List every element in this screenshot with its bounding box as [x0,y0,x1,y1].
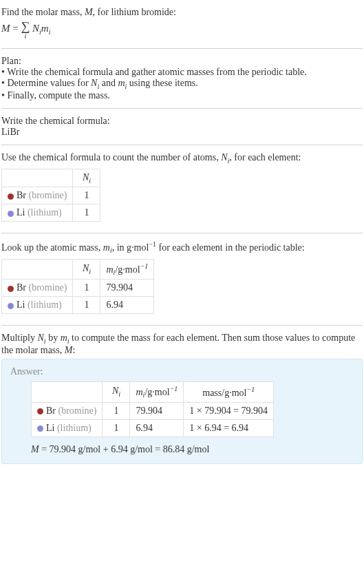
mass-calc: 1 × 79.904 = 79.904 [184,402,274,419]
element-cell: Br (bromine) [32,402,103,419]
table-row: Br (bromine) 1 [2,187,100,204]
plan-heading: Plan: [1,56,363,67]
mass-calc: 1 × 6.94 = 6.94 [184,419,274,437]
formula-heading: Write the chemical formula: [1,116,363,127]
plan-bullet-2: • Determine values for Ni and mi using t… [1,78,363,90]
n-value: 1 [73,280,100,297]
mass-text: Look up the atomic mass, mi, in g·mol−1 … [1,240,363,254]
table-row: Li (lithium) 1 6.94 1 × 6.94 = 6.94 [32,419,274,437]
answer-label: Answer: [10,366,354,377]
divider [1,108,363,109]
n-value: 1 [103,419,130,437]
answer-box: Answer: Ni mi/g·mol−1 mass/g·mol−1 Br (b… [1,359,363,463]
mass-header: mass/g·mol−1 [184,382,274,402]
divider [1,233,363,233]
n-value: 1 [73,187,100,204]
element-cell: Li (lithium) [2,204,73,222]
eq-M: M [1,23,10,34]
m-value: 79.904 [100,280,154,297]
plan-bullet-1: • Write the chemical formula and gather … [1,67,363,78]
divider [1,48,363,49]
count-text: Use the chemical formula to count the nu… [1,152,363,165]
plan-bullet-3: • Finally, compute the mass. [1,90,363,101]
table-row: Br (bromine) 1 79.904 [2,280,154,297]
formula-section: Write the chemical formula: LiBr [1,112,363,142]
table-row: Li (lithium) 1 6.94 [2,297,154,314]
n-value: 1 [73,297,100,314]
eq-N: N [32,23,39,34]
mass-equation: M = ∑i Nimi [1,19,363,40]
m-header: mi/g·mol−1 [100,259,154,279]
answer-table: Ni mi/g·mol−1 mass/g·mol−1 Br (bromine) … [31,381,274,437]
li-dot-icon [8,303,14,309]
n-value: 1 [73,204,100,222]
intro-line: Find the molar mass, M, for lithium brom… [1,7,363,18]
intro-text: Find the molar mass, [1,7,85,17]
m-value: 6.94 [100,297,154,314]
divider [1,325,363,326]
n-header: Ni [73,169,100,187]
li-dot-icon [8,211,14,217]
table-header-row: Ni mi/g·mol−1 [2,259,154,279]
chemical-formula: LiBr [1,127,363,138]
count-section: Use the chemical formula to count the nu… [1,148,363,231]
table-header-row: Ni [2,169,100,187]
element-cell: Li (lithium) [32,419,103,437]
intro-section: Find the molar mass, M, for lithium brom… [1,3,363,45]
element-cell: Br (bromine) [2,280,73,297]
sum-symbol: ∑i [21,19,30,40]
eq-m-sub: i [49,28,51,36]
element-cell: Li (lithium) [2,297,73,314]
count-table: Ni Br (bromine) 1 Li (lithium) 1 [1,169,100,222]
li-dot-icon [37,426,43,432]
eq-m: m [41,23,49,34]
intro-var-M: M [85,7,93,17]
multiply-text: Multiply Ni by mi to compute the mass fo… [1,333,363,356]
intro-rest: , for lithium bromide: [93,7,176,17]
blank-header [2,259,73,279]
n-header: Ni [73,259,100,279]
n-value: 1 [103,402,130,419]
blank-header [32,382,103,402]
m-value: 6.94 [130,419,184,437]
br-dot-icon [8,286,14,292]
table-header-row: Ni mi/g·mol−1 mass/g·mol−1 [32,382,274,402]
element-cell: Br (bromine) [2,187,73,204]
br-dot-icon [8,193,14,200]
multiply-section: Multiply Ni by mi to compute the mass fo… [1,328,363,468]
divider [1,145,363,145]
n-header: Ni [103,382,130,402]
table-row: Li (lithium) 1 [2,204,100,222]
mass-table: Ni mi/g·mol−1 Br (bromine) 1 79.904 Li (… [1,259,154,314]
blank-header [2,169,73,187]
final-result: M = 79.904 g/mol + 6.94 g/mol = 86.84 g/… [31,444,354,455]
plan-section: Plan: • Write the chemical formula and g… [1,52,363,105]
eq-equals: = [10,23,21,34]
br-dot-icon [37,408,43,414]
atomic-mass-section: Look up the atomic mass, mi, in g·mol−1 … [1,236,363,322]
m-value: 79.904 [130,402,184,419]
m-header: mi/g·mol−1 [130,382,184,402]
table-row: Br (bromine) 1 79.904 1 × 79.904 = 79.90… [32,402,274,419]
